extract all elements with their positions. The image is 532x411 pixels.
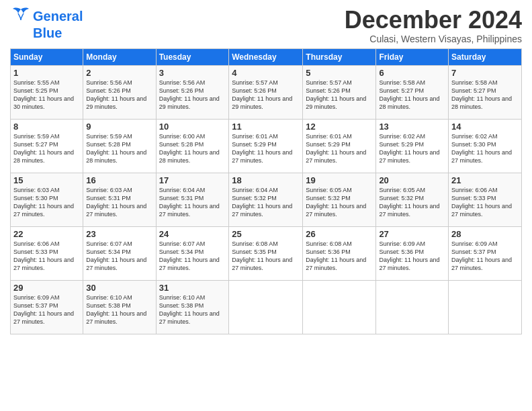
month-title: December 2024 xyxy=(345,7,522,34)
day-number: 26 xyxy=(306,229,373,239)
day-info: Sunrise: 6:06 AMSunset: 5:33 PMDaylight:… xyxy=(451,186,519,219)
day-cell: 3 Sunrise: 5:56 AMSunset: 5:26 PMDayligh… xyxy=(156,65,229,119)
day-cell: 10 Sunrise: 6:00 AMSunset: 5:28 PMDaylig… xyxy=(156,119,229,173)
logo-general: General xyxy=(33,9,83,24)
day-info: Sunrise: 6:05 AMSunset: 5:32 PMDaylight:… xyxy=(306,186,373,219)
day-number: 16 xyxy=(86,175,152,185)
header-row: SundayMondayTuesdayWednesdayThursdayFrid… xyxy=(11,48,522,65)
day-cell: 28 Sunrise: 6:09 AMSunset: 5:37 PMDaylig… xyxy=(449,226,522,280)
day-number: 12 xyxy=(306,122,373,132)
day-info: Sunrise: 5:59 AMSunset: 5:28 PMDaylight:… xyxy=(86,132,152,165)
week-row-3: 15 Sunrise: 6:03 AMSunset: 5:30 PMDaylig… xyxy=(11,173,522,226)
day-number: 6 xyxy=(379,68,445,78)
day-cell: 25 Sunrise: 6:08 AMSunset: 5:35 PMDaylig… xyxy=(229,226,303,280)
day-cell xyxy=(229,280,303,334)
day-cell: 17 Sunrise: 6:04 AMSunset: 5:31 PMDaylig… xyxy=(156,173,229,226)
day-cell: 7 Sunrise: 5:58 AMSunset: 5:27 PMDayligh… xyxy=(449,65,522,119)
day-number: 8 xyxy=(13,122,80,132)
day-cell: 16 Sunrise: 6:03 AMSunset: 5:31 PMDaylig… xyxy=(83,173,156,226)
col-header-thursday: Thursday xyxy=(303,48,376,65)
day-cell: 2 Sunrise: 5:56 AMSunset: 5:26 PMDayligh… xyxy=(83,65,156,119)
day-info: Sunrise: 5:59 AMSunset: 5:27 PMDaylight:… xyxy=(13,132,80,165)
day-cell: 21 Sunrise: 6:06 AMSunset: 5:33 PMDaylig… xyxy=(449,173,522,226)
day-cell: 31 Sunrise: 6:10 AMSunset: 5:38 PMDaylig… xyxy=(156,280,229,334)
day-number: 9 xyxy=(86,122,152,132)
day-info: Sunrise: 6:03 AMSunset: 5:30 PMDaylight:… xyxy=(13,186,80,219)
day-cell: 5 Sunrise: 5:57 AMSunset: 5:26 PMDayligh… xyxy=(303,65,376,119)
logo: General Blue xyxy=(10,7,83,41)
day-number: 10 xyxy=(159,122,226,132)
header: General Blue December 2024 Culasi, Weste… xyxy=(10,7,522,44)
day-number: 19 xyxy=(306,175,373,185)
col-header-friday: Friday xyxy=(376,48,449,65)
day-info: Sunrise: 6:09 AMSunset: 5:36 PMDaylight:… xyxy=(379,240,445,273)
col-header-monday: Monday xyxy=(83,48,156,65)
day-info: Sunrise: 6:05 AMSunset: 5:32 PMDaylight:… xyxy=(379,186,445,219)
day-number: 17 xyxy=(159,175,226,185)
col-header-tuesday: Tuesday xyxy=(156,48,229,65)
day-number: 4 xyxy=(232,68,300,78)
col-header-wednesday: Wednesday xyxy=(229,48,303,65)
day-number: 14 xyxy=(451,122,519,132)
day-info: Sunrise: 6:03 AMSunset: 5:31 PMDaylight:… xyxy=(86,186,152,219)
day-cell: 20 Sunrise: 6:05 AMSunset: 5:32 PMDaylig… xyxy=(376,173,449,226)
day-info: Sunrise: 5:58 AMSunset: 5:27 PMDaylight:… xyxy=(379,79,445,111)
day-cell: 15 Sunrise: 6:03 AMSunset: 5:30 PMDaylig… xyxy=(11,173,83,226)
day-info: Sunrise: 6:10 AMSunset: 5:38 PMDaylight:… xyxy=(159,293,226,326)
logo-bird-icon xyxy=(10,7,32,26)
day-cell: 24 Sunrise: 6:07 AMSunset: 5:34 PMDaylig… xyxy=(156,226,229,280)
day-info: Sunrise: 6:04 AMSunset: 5:31 PMDaylight:… xyxy=(159,186,226,219)
day-number: 23 xyxy=(86,229,152,239)
day-cell: 1 Sunrise: 5:55 AMSunset: 5:25 PMDayligh… xyxy=(11,65,83,119)
day-cell xyxy=(449,280,522,334)
day-cell: 29 Sunrise: 6:09 AMSunset: 5:37 PMDaylig… xyxy=(11,280,83,334)
day-number: 24 xyxy=(159,229,226,239)
day-number: 18 xyxy=(232,175,300,185)
day-number: 5 xyxy=(306,68,373,78)
day-info: Sunrise: 5:57 AMSunset: 5:26 PMDaylight:… xyxy=(306,79,373,111)
day-info: Sunrise: 6:00 AMSunset: 5:28 PMDaylight:… xyxy=(159,132,226,165)
day-cell: 9 Sunrise: 5:59 AMSunset: 5:28 PMDayligh… xyxy=(83,119,156,173)
logo-blue: Blue xyxy=(33,26,62,41)
day-cell: 26 Sunrise: 6:08 AMSunset: 5:36 PMDaylig… xyxy=(303,226,376,280)
col-header-saturday: Saturday xyxy=(449,48,522,65)
day-info: Sunrise: 6:01 AMSunset: 5:29 PMDaylight:… xyxy=(306,132,373,165)
day-info: Sunrise: 6:07 AMSunset: 5:34 PMDaylight:… xyxy=(159,240,226,273)
day-info: Sunrise: 6:10 AMSunset: 5:38 PMDaylight:… xyxy=(86,293,152,326)
day-number: 31 xyxy=(159,283,226,293)
day-cell: 22 Sunrise: 6:06 AMSunset: 5:33 PMDaylig… xyxy=(11,226,83,280)
day-info: Sunrise: 5:57 AMSunset: 5:26 PMDaylight:… xyxy=(232,79,300,111)
day-number: 27 xyxy=(379,229,445,239)
day-number: 13 xyxy=(379,122,445,132)
day-number: 22 xyxy=(13,229,80,239)
day-cell: 14 Sunrise: 6:02 AMSunset: 5:30 PMDaylig… xyxy=(449,119,522,173)
week-row-4: 22 Sunrise: 6:06 AMSunset: 5:33 PMDaylig… xyxy=(11,226,522,280)
day-info: Sunrise: 5:56 AMSunset: 5:26 PMDaylight:… xyxy=(86,79,152,111)
day-cell: 12 Sunrise: 6:01 AMSunset: 5:29 PMDaylig… xyxy=(303,119,376,173)
title-area: December 2024 Culasi, Western Visayas, P… xyxy=(345,7,522,44)
day-number: 3 xyxy=(159,68,226,78)
day-cell: 8 Sunrise: 5:59 AMSunset: 5:27 PMDayligh… xyxy=(11,119,83,173)
day-cell xyxy=(303,280,376,334)
day-info: Sunrise: 6:02 AMSunset: 5:29 PMDaylight:… xyxy=(379,132,445,165)
day-info: Sunrise: 6:08 AMSunset: 5:35 PMDaylight:… xyxy=(232,240,300,273)
day-number: 20 xyxy=(379,175,445,185)
location-subtitle: Culasi, Western Visayas, Philippines xyxy=(345,34,522,44)
day-cell: 6 Sunrise: 5:58 AMSunset: 5:27 PMDayligh… xyxy=(376,65,449,119)
week-row-2: 8 Sunrise: 5:59 AMSunset: 5:27 PMDayligh… xyxy=(11,119,522,173)
day-info: Sunrise: 6:09 AMSunset: 5:37 PMDaylight:… xyxy=(451,240,519,273)
day-cell: 30 Sunrise: 6:10 AMSunset: 5:38 PMDaylig… xyxy=(83,280,156,334)
day-cell: 18 Sunrise: 6:04 AMSunset: 5:32 PMDaylig… xyxy=(229,173,303,226)
day-info: Sunrise: 6:04 AMSunset: 5:32 PMDaylight:… xyxy=(232,186,300,219)
day-number: 21 xyxy=(451,175,519,185)
day-number: 2 xyxy=(86,68,152,78)
day-cell: 13 Sunrise: 6:02 AMSunset: 5:29 PMDaylig… xyxy=(376,119,449,173)
day-cell: 4 Sunrise: 5:57 AMSunset: 5:26 PMDayligh… xyxy=(229,65,303,119)
day-number: 15 xyxy=(13,175,80,185)
calendar-table: SundayMondayTuesdayWednesdayThursdayFrid… xyxy=(10,48,522,334)
col-header-sunday: Sunday xyxy=(11,48,83,65)
day-info: Sunrise: 5:55 AMSunset: 5:25 PMDaylight:… xyxy=(13,79,80,111)
day-number: 7 xyxy=(451,68,519,78)
day-cell: 27 Sunrise: 6:09 AMSunset: 5:36 PMDaylig… xyxy=(376,226,449,280)
day-info: Sunrise: 6:09 AMSunset: 5:37 PMDaylight:… xyxy=(13,293,80,326)
